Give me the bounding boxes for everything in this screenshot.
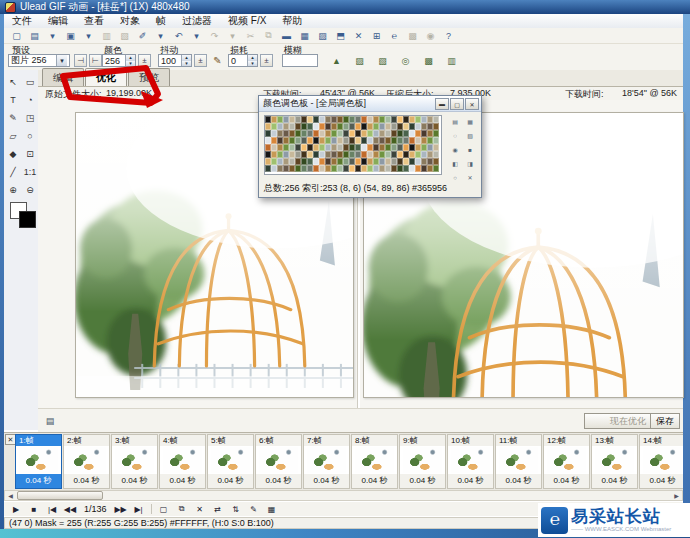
frame-cell[interactable]: 13:帧 0.04 秒 [591, 434, 638, 489]
first-frame-button[interactable]: |◀ [44, 503, 60, 515]
scrollbar-thumb[interactable] [17, 491, 103, 500]
palette-colors-icon[interactable]: ▩ [420, 53, 437, 68]
frame-cell[interactable]: 8:帧 0.04 秒 [351, 434, 398, 489]
tween-icon[interactable]: ✎ [246, 503, 262, 515]
new-icon[interactable]: ▢ [8, 28, 25, 43]
palette-swatch[interactable] [433, 123, 439, 130]
undo-icon[interactable]: ↶ [170, 28, 187, 43]
help-icon[interactable]: ? [440, 28, 457, 43]
spinner-arrows-icon[interactable]: ▴▾ [125, 55, 135, 66]
color-spinner[interactable]: 256 ▴▾ [102, 54, 136, 67]
cut-icon[interactable]: ✂ [242, 28, 259, 43]
palette-swatch[interactable] [433, 130, 439, 137]
lock-color-icon[interactable]: ◉ [449, 144, 462, 155]
menu-filter[interactable]: 过滤器 [174, 14, 220, 28]
redo-icon[interactable]: ↷ [206, 28, 223, 43]
spinner-arrows-icon[interactable]: ▴▾ [181, 55, 191, 66]
timeline-scrollbar[interactable]: ◀ ▶ [4, 490, 683, 501]
delete-color-icon[interactable]: ✕ [464, 172, 477, 183]
stop-button[interactable]: ■ [26, 503, 42, 515]
maximize-icon[interactable]: ▢ [450, 98, 464, 110]
wand-dropdown-icon[interactable]: ▾ [152, 28, 169, 43]
play-button[interactable]: ▶ [8, 503, 24, 515]
object-select-tool[interactable]: ▭ [22, 73, 39, 90]
frame-cell[interactable]: 11:帧 0.04 秒 [495, 434, 542, 489]
frame-cell[interactable]: 3:帧 0.04 秒 [111, 434, 158, 489]
next-frame-button[interactable]: ▶▶ [113, 503, 129, 515]
menu-help[interactable]: 帮助 [274, 14, 310, 28]
dither-option-button[interactable]: ± [194, 54, 207, 67]
preset-save-icon[interactable]: ⊣ [74, 54, 87, 67]
tab-preview[interactable]: 预览 [128, 68, 170, 86]
menu-video-fx[interactable]: 视频 F/X [220, 14, 274, 28]
menu-file[interactable]: 文件 [4, 14, 40, 28]
add-to-palette-icon[interactable]: ▲ [328, 53, 345, 68]
internet-icon[interactable]: ℮ [386, 28, 403, 43]
refresh-palette-icon[interactable]: ◌ [449, 130, 462, 141]
properties-icon[interactable]: ◉ [422, 28, 439, 43]
copy-icon[interactable]: ⧉ [260, 28, 277, 43]
palette-swatch[interactable] [433, 158, 439, 165]
zoom-out-tool[interactable]: ⊖ [22, 181, 39, 198]
actual-size-tool[interactable]: 1:1 [22, 163, 39, 180]
move-frame-icon[interactable]: ⇅ [228, 503, 244, 515]
swap-colors-icon[interactable]: ◧ [449, 158, 462, 169]
add-image-icon[interactable]: ▦ [296, 28, 313, 43]
tab-edit[interactable]: 编辑 [42, 68, 84, 86]
zoom-in-tool[interactable]: ⊕ [5, 181, 22, 198]
tab-optimize[interactable]: 优化 [85, 68, 127, 86]
mask-area-icon[interactable]: ▨ [351, 53, 368, 68]
text-tool[interactable]: T [5, 91, 22, 108]
delete-frame-icon[interactable]: ✕ [192, 503, 208, 515]
delete-object-icon[interactable]: ✕ [350, 28, 367, 43]
loss-option-button[interactable]: ± [260, 54, 273, 67]
frame-cell[interactable]: 7:帧 0.04 秒 [303, 434, 350, 489]
scroll-left-icon[interactable]: ◀ [5, 491, 16, 500]
menu-frame[interactable]: 帧 [148, 14, 174, 28]
add-banner-icon[interactable]: ▨ [314, 28, 331, 43]
frame-cell[interactable]: 9:帧 0.04 秒 [399, 434, 446, 489]
magnify-view-icon[interactable]: ◎ [397, 53, 414, 68]
scroll-right-icon[interactable]: ▶ [671, 491, 682, 500]
paste-icon[interactable]: ▬ [278, 28, 295, 43]
undo-dropdown-icon[interactable]: ▾ [188, 28, 205, 43]
menu-edit[interactable]: 编辑 [40, 14, 76, 28]
last-frame-button[interactable]: ▶| [131, 503, 147, 515]
open-icon[interactable]: ▤ [26, 28, 43, 43]
frame-cell[interactable]: 5:帧 0.04 秒 [207, 434, 254, 489]
export-icon[interactable]: ▧ [116, 28, 133, 43]
frame-cell[interactable]: 12:帧 0.04 秒 [543, 434, 590, 489]
duplicate-object-icon[interactable]: ⬒ [332, 28, 349, 43]
foreground-color-swatch[interactable] [19, 211, 36, 228]
blur-field[interactable] [282, 54, 318, 67]
spinner-arrows-icon[interactable]: ▴▾ [247, 55, 257, 66]
menu-object[interactable]: 对象 [112, 14, 148, 28]
frame-cell[interactable]: 14:帧 0.04 秒 [639, 434, 683, 489]
color-swatch-control[interactable] [8, 198, 36, 228]
frame-cell[interactable]: 4:帧 0.04 秒 [159, 434, 206, 489]
timer-tool[interactable]: ◔ [22, 91, 39, 108]
color-lock-button[interactable]: ± [138, 54, 151, 67]
palette-swatch[interactable] [433, 137, 439, 144]
fill-tool[interactable]: ◆ [5, 145, 22, 162]
menu-view[interactable]: 查看 [76, 14, 112, 28]
palette-swatch[interactable] [433, 165, 439, 172]
palette-swatch[interactable] [433, 151, 439, 158]
print-icon[interactable]: ▥ [98, 28, 115, 43]
crop-canvas-icon[interactable]: ⊞ [368, 28, 385, 43]
frame-cell[interactable]: 6:帧 0.04 秒 [255, 434, 302, 489]
frame-cell[interactable]: 2:帧 0.04 秒 [63, 434, 110, 489]
grid-view-icon[interactable]: ▦ [464, 116, 477, 127]
prev-frame-button[interactable]: ◀◀ [62, 503, 78, 515]
chevron-down-icon[interactable]: ▾ [56, 55, 67, 66]
eraser-tool[interactable]: ▱ [5, 127, 22, 144]
sync-palette-icon[interactable]: ○ [449, 172, 462, 183]
loss-spinner[interactable]: 0 ▴▾ [228, 54, 258, 67]
dither-spinner[interactable]: 100 ▴▾ [158, 54, 192, 67]
close-icon[interactable]: ✕ [465, 98, 479, 110]
reverse-frames-icon[interactable]: ⇄ [210, 503, 226, 515]
frame-cell[interactable]: 1:帧 0.04 秒 [15, 434, 62, 489]
pick-tool[interactable]: ↖ [5, 73, 22, 90]
lasso-tool[interactable]: ○ [22, 127, 39, 144]
open-palette-icon[interactable]: ▧ [464, 130, 477, 141]
